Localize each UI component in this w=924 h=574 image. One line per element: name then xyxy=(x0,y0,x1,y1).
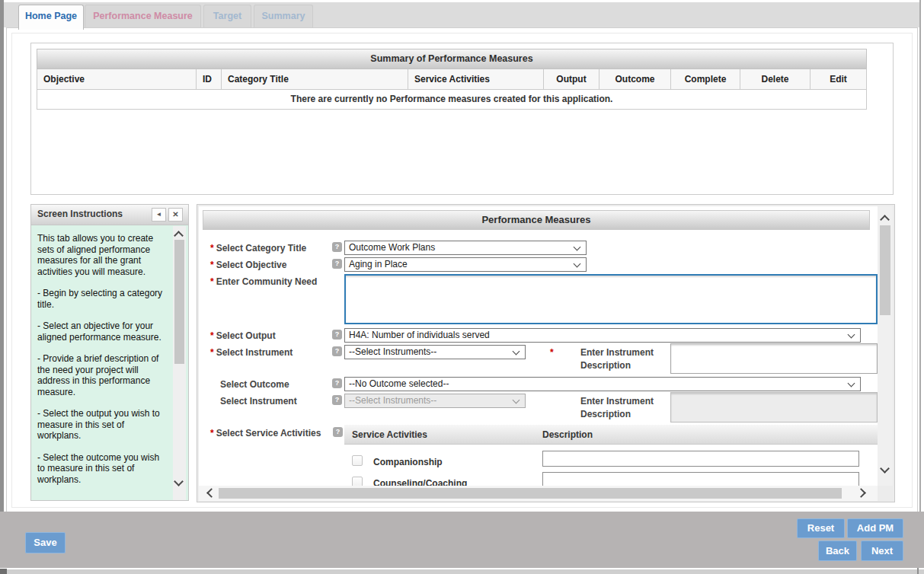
required-asterisk: * xyxy=(210,243,214,254)
tab-target[interactable]: Target xyxy=(203,5,251,27)
help-icon[interactable]: ? xyxy=(332,259,342,269)
column-header-objective: Objective xyxy=(37,69,197,89)
column-header-id: ID xyxy=(197,69,222,89)
summary-table-empty-message: There are currently no Performance measu… xyxy=(37,90,867,110)
column-header-service-activities: Service Activities xyxy=(408,69,544,89)
counseling-coaching-checkbox[interactable] xyxy=(352,477,363,486)
tab-home-page[interactable]: Home Page xyxy=(18,5,84,30)
bottom-right-divider xyxy=(917,568,919,574)
window-right-edge xyxy=(919,0,921,568)
instruction-paragraph: - Provide a brief description of the nee… xyxy=(37,353,165,397)
screen-instructions-title: Screen Instructions xyxy=(37,209,123,219)
required-asterisk: * xyxy=(210,428,214,438)
chevron-down-icon xyxy=(848,331,855,339)
back-button[interactable]: Back xyxy=(818,541,857,561)
bottom-action-bar xyxy=(0,512,924,568)
triangle-left-icon: ◄ xyxy=(156,211,162,218)
column-header-outcome: Outcome xyxy=(599,69,671,89)
help-icon[interactable]: ? xyxy=(332,395,342,405)
selected-value: --No Outcome selected-- xyxy=(349,378,449,389)
companionship-checkbox[interactable] xyxy=(352,455,363,466)
required-asterisk: * xyxy=(210,260,214,270)
close-panel-button[interactable]: ✕ xyxy=(168,208,183,222)
help-icon[interactable]: ? xyxy=(332,242,342,252)
instruction-paragraph: - Select the output you wish to measure … xyxy=(37,408,165,442)
instrument-output-desc-label: Enter Instrument Description xyxy=(580,346,668,372)
column-header-category-title: Category Title xyxy=(222,69,408,89)
next-button[interactable]: Next xyxy=(861,541,903,561)
instruction-paragraph: - Select the outcome you wish to measure… xyxy=(37,452,165,486)
output-select[interactable]: H4A: Number of individuals served xyxy=(344,328,861,343)
selected-value: --Select Instruments-- xyxy=(349,395,436,406)
column-header-service-activities: Service Activities xyxy=(352,429,427,440)
companionship-description-input[interactable] xyxy=(542,451,859,467)
chevron-down-icon xyxy=(848,380,855,387)
objective-select[interactable]: Aging in Place xyxy=(344,257,587,272)
tab-summary[interactable]: Summary xyxy=(254,5,313,27)
add-pm-button[interactable]: Add PM xyxy=(847,518,903,538)
counseling-coaching-description-input[interactable] xyxy=(542,472,859,486)
column-header-description: Description xyxy=(542,429,593,440)
help-icon[interactable]: ? xyxy=(332,346,342,356)
form-vertical-scrollbar-thumb[interactable] xyxy=(880,225,890,315)
required-asterisk: * xyxy=(210,347,214,358)
bottom-edge-strip xyxy=(0,568,924,574)
selected-value: H4A: Number of individuals served xyxy=(349,330,490,340)
service-activities-table-header: Service Activities Description xyxy=(344,425,878,445)
instrument-output-select[interactable]: --Select Instruments-- xyxy=(344,345,526,359)
output-label: *Select Output xyxy=(210,330,276,341)
tab-performance-measure[interactable]: Performance Measure xyxy=(85,5,201,27)
form-title: Performance Measures xyxy=(203,210,870,230)
selected-value: Outcome Work Plans xyxy=(349,242,435,253)
service-activities-label: *Select Service Activities xyxy=(210,428,321,438)
instrument-outcome-desc-label: Enter Instrument Description xyxy=(580,395,668,421)
column-header-delete: Delete xyxy=(740,69,810,89)
chevron-down-icon xyxy=(513,348,520,356)
column-header-output: Output xyxy=(544,69,599,89)
outcome-select[interactable]: --No Outcome selected-- xyxy=(344,377,861,391)
column-header-complete: Complete xyxy=(671,69,740,89)
reset-button[interactable]: Reset xyxy=(797,518,845,538)
tab-bar: Home Page Performance Measure Target Sum… xyxy=(4,2,919,27)
outcome-label: Select Outcome xyxy=(220,379,289,390)
close-icon: ✕ xyxy=(172,210,178,218)
instrument-outcome-label: Select Instrument xyxy=(220,396,297,407)
instruction-paragraph: This tab allows you to create sets of al… xyxy=(37,233,165,277)
category-title-label: *Select Category Title xyxy=(210,243,306,254)
community-need-label: *Enter Community Need xyxy=(210,276,317,287)
form-horizontal-scrollbar-thumb[interactable] xyxy=(219,488,842,499)
bottom-left-corner-mark xyxy=(0,569,7,574)
instruction-paragraph: - Select an objective for your aligned p… xyxy=(37,320,165,343)
instrument-outcome-description-textarea xyxy=(670,392,878,423)
selected-value: Aging in Place xyxy=(349,259,408,269)
summary-table-title: Summary of Performance Measures xyxy=(37,49,867,69)
instruction-paragraph: - Begin by selecting a category title. xyxy=(37,288,165,310)
community-need-textarea[interactable] xyxy=(344,274,878,324)
required-asterisk: * xyxy=(210,276,214,287)
collapse-panel-button[interactable]: ◄ xyxy=(152,208,166,222)
objective-label: *Select Objective xyxy=(210,260,286,270)
service-activity-label: Companionship xyxy=(373,457,443,467)
summary-table-header-row: Objective ID Category Title Service Acti… xyxy=(37,69,867,90)
service-activity-label: Counseling/Coaching xyxy=(373,478,467,486)
chevron-down-icon xyxy=(574,244,581,251)
category-title-select[interactable]: Outcome Work Plans xyxy=(344,241,587,255)
selected-value: --Select Instruments-- xyxy=(349,346,436,357)
help-icon[interactable]: ? xyxy=(333,427,343,437)
instrument-output-description-textarea[interactable] xyxy=(670,343,878,374)
screen-instructions-text: This tab allows you to create sets of al… xyxy=(31,226,173,500)
save-button[interactable]: Save xyxy=(25,532,66,553)
performance-measures-form: Performance Measures *Select Category Ti… xyxy=(199,206,878,486)
required-asterisk: * xyxy=(550,347,554,358)
help-icon[interactable]: ? xyxy=(332,378,342,388)
instructions-scrollbar-thumb[interactable] xyxy=(174,240,184,364)
window-left-edge xyxy=(0,0,4,568)
column-header-edit: Edit xyxy=(810,69,866,89)
instrument-output-label: *Select Instrument xyxy=(210,347,293,358)
help-icon[interactable]: ? xyxy=(332,330,342,340)
chevron-down-icon xyxy=(513,397,520,404)
required-asterisk: * xyxy=(210,330,214,341)
chevron-down-icon xyxy=(574,260,581,268)
instrument-outcome-select: --Select Instruments-- xyxy=(344,394,526,408)
